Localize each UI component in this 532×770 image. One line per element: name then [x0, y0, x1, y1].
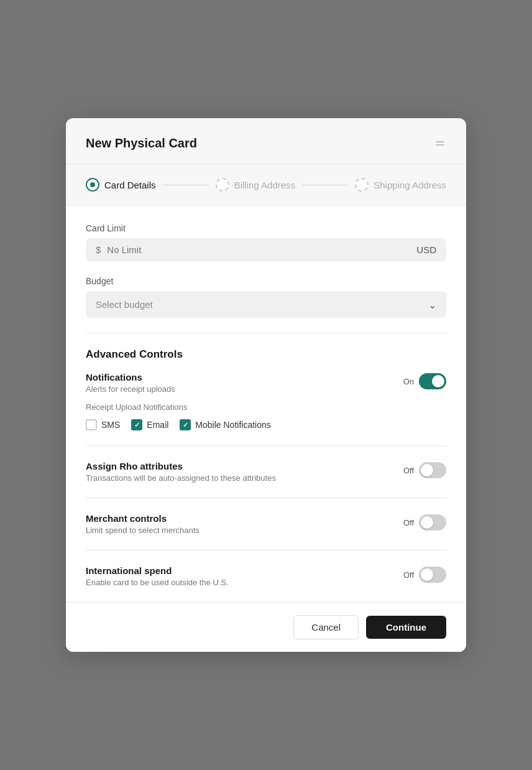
- international-spend-info: International spend Enable card to be us…: [86, 565, 403, 587]
- advanced-controls-title: Advanced Controls: [86, 348, 446, 361]
- step-card-details[interactable]: Card Details: [86, 178, 156, 192]
- notifications-toggle[interactable]: [419, 373, 446, 389]
- budget-section: Budget Select budget ⌄: [86, 276, 446, 318]
- toggle-knob-3: [421, 516, 433, 529]
- email-checkbox-item[interactable]: ✓ Email: [131, 419, 168, 430]
- mobile-checkbox-item[interactable]: ✓ Mobile Notifications: [180, 419, 270, 430]
- modal-footer: Cancel Continue: [66, 602, 466, 652]
- assign-rho-row: Assign Rho attributes Transactions will …: [86, 461, 446, 483]
- modal-header: New Physical Card: [66, 118, 466, 164]
- merchant-controls-toggle[interactable]: [419, 514, 446, 531]
- toggle-knob: [432, 375, 444, 387]
- card-limit-section: Card Limit $ USD: [86, 223, 446, 261]
- currency-code: USD: [416, 244, 436, 255]
- checkbox-row: SMS ✓ Email ✓ Mobile Notific: [86, 419, 446, 430]
- step3-label: Shipping Address: [374, 180, 446, 190]
- checkmark-icon: ✓: [134, 421, 140, 429]
- merchant-controls-toggle-wrap: Off: [403, 514, 446, 531]
- step2-circle: [216, 178, 229, 192]
- step1-label: Card Details: [104, 180, 156, 190]
- checkmark-icon-2: ✓: [183, 421, 188, 429]
- divider-1: [86, 333, 446, 333]
- advanced-controls-section: Advanced Controls Notifications Alerts f…: [86, 348, 446, 587]
- budget-label: Budget: [86, 276, 446, 286]
- assign-rho-title: Assign Rho attributes: [86, 461, 403, 471]
- card-limit-input[interactable]: [107, 244, 416, 255]
- merchant-controls-title: Merchant controls: [86, 513, 403, 524]
- new-physical-card-modal: New Physical Card Card Details: [66, 118, 466, 652]
- svg-rect-1: [436, 144, 444, 146]
- email-checkbox[interactable]: ✓: [131, 419, 142, 430]
- sms-checkbox[interactable]: [86, 419, 97, 430]
- step-billing-address[interactable]: Billing Address: [216, 178, 295, 192]
- svg-point-2: [90, 182, 95, 187]
- divider-3: [86, 498, 446, 498]
- card-limit-field: $ USD: [86, 238, 446, 261]
- step-line-2: [303, 185, 347, 185]
- step-shipping-address[interactable]: Shipping Address: [355, 178, 446, 192]
- sms-checkbox-item[interactable]: SMS: [86, 419, 120, 430]
- international-spend-title: International spend: [86, 565, 403, 576]
- international-spend-toggle-wrap: Off: [403, 567, 446, 583]
- notifications-row: Notifications Alerts for receipt uploads…: [86, 372, 446, 394]
- notifications-title: Notifications: [86, 372, 403, 383]
- modal-overlay: New Physical Card Card Details: [0, 0, 532, 770]
- email-label: Email: [147, 420, 168, 430]
- merchant-controls-row: Merchant controls Limit spend to select …: [86, 513, 446, 535]
- cancel-button[interactable]: Cancel: [293, 615, 359, 639]
- step3-circle: [355, 178, 369, 192]
- card-limit-label: Card Limit: [86, 223, 446, 233]
- divider-4: [86, 550, 446, 550]
- svg-rect-0: [436, 141, 444, 142]
- international-spend-state: Off: [403, 570, 414, 580]
- budget-select[interactable]: Select budget: [86, 291, 446, 318]
- mobile-label: Mobile Notifications: [195, 420, 270, 430]
- modal-body: Card Limit $ USD Budget Select budget ⌄: [66, 206, 466, 587]
- receipt-upload-section: Receipt Upload Notifications SMS ✓ Email: [86, 402, 446, 430]
- receipt-upload-label: Receipt Upload Notifications: [86, 402, 446, 412]
- assign-rho-toggle[interactable]: [419, 462, 446, 478]
- merchant-controls-state: Off: [403, 518, 414, 527]
- notifications-info: Notifications Alerts for receipt uploads: [86, 372, 403, 394]
- step1-circle: [86, 178, 99, 192]
- notifications-toggle-wrap: On: [403, 373, 446, 389]
- notifications-desc: Alerts for receipt uploads: [86, 384, 403, 394]
- minimize-icon[interactable]: [434, 136, 446, 151]
- assign-rho-info: Assign Rho attributes Transactions will …: [86, 461, 403, 483]
- mobile-checkbox[interactable]: ✓: [180, 419, 191, 430]
- assign-rho-toggle-wrap: Off: [403, 462, 446, 478]
- step2-label: Billing Address: [234, 180, 295, 190]
- sms-label: SMS: [101, 420, 120, 430]
- assign-rho-desc: Transactions will be auto-assigned to th…: [86, 473, 403, 483]
- divider-2: [86, 445, 446, 446]
- toggle-knob-4: [421, 568, 433, 581]
- merchant-controls-info: Merchant controls Limit spend to select …: [86, 513, 403, 535]
- toggle-knob-2: [421, 464, 433, 476]
- budget-select-wrap: Select budget ⌄: [86, 291, 446, 318]
- stepper: Card Details Billing Address Shipping Ad…: [66, 164, 466, 206]
- step-line-1: [163, 185, 208, 185]
- international-spend-row: International spend Enable card to be us…: [86, 565, 446, 587]
- international-spend-toggle[interactable]: [419, 567, 446, 583]
- modal-title: New Physical Card: [86, 136, 197, 151]
- notifications-state: On: [403, 377, 414, 386]
- currency-symbol: $: [96, 244, 101, 255]
- assign-rho-state: Off: [403, 466, 414, 475]
- continue-button[interactable]: Continue: [366, 616, 446, 639]
- merchant-controls-desc: Limit spend to select merchants: [86, 526, 403, 535]
- international-spend-desc: Enable card to be used outside the U.S.: [86, 578, 403, 587]
